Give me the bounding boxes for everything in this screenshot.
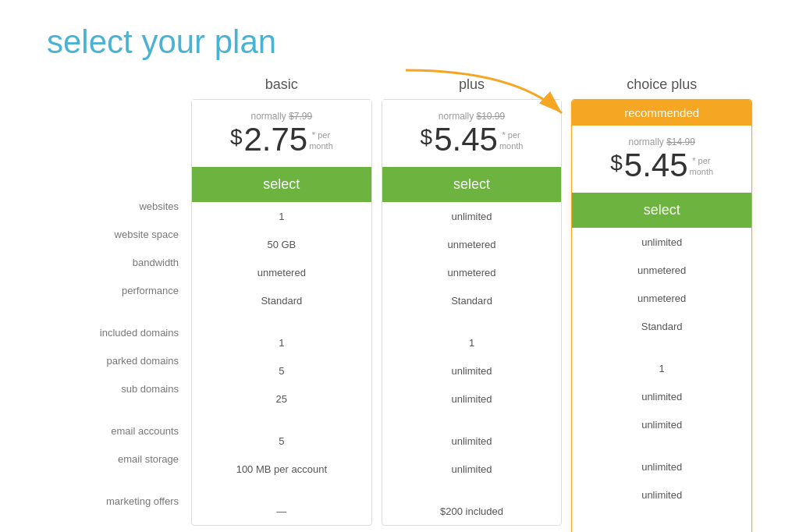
plus-spacer-1 — [382, 314, 562, 328]
plan-basic-dollar: $ — [230, 126, 243, 148]
label-bandwidth: bandwidth — [47, 248, 191, 276]
choice-plus-spacer-3 — [572, 509, 751, 523]
plan-basic-price-row: $ 2.75 * permonth — [204, 123, 359, 156]
choice-plus-bandwidth: unmetered — [572, 284, 751, 312]
plan-choice-plus-header: normally $14.99 $ 5.45 * permonth — [572, 126, 751, 188]
basic-websites: 1 — [192, 202, 371, 230]
basic-sub-domains: 25 — [192, 385, 371, 413]
plan-plus-card: normally $10.99 $ 5.45 * permonth select… — [382, 99, 563, 526]
plans-area: basic normally $7.99 $ 2.75 * permonth — [191, 76, 752, 532]
basic-performance: Standard — [192, 286, 371, 314]
plus-bandwidth: unmetered — [382, 258, 562, 286]
plan-basic-normally: normally $7.99 — [204, 111, 359, 122]
page-title: select your plan — [47, 23, 752, 61]
choice-plus-email-accounts: unlimited — [572, 452, 751, 481]
plan-plus-price-row: $ 5.45 * permonth — [395, 123, 549, 156]
feature-labels-column: websites website space bandwidth perform… — [47, 76, 191, 515]
plan-basic-name: basic — [265, 76, 298, 93]
plan-choice-plus: choice plus recommended normally $14.99 … — [571, 76, 752, 532]
basic-email-storage: 100 MB per account — [192, 455, 371, 483]
plan-choice-plus-normally: normally $14.99 — [584, 137, 739, 147]
choice-plus-spacer-2 — [572, 438, 751, 452]
plan-choice-plus-suffix: * permonth — [690, 155, 714, 178]
plus-sub-domains: unlimited — [382, 385, 562, 413]
plan-choice-plus-features: unlimited unmetered unmetered Standard 1… — [572, 228, 751, 532]
basic-spacer-1 — [192, 314, 371, 328]
plus-website-space: unmetered — [382, 230, 562, 258]
arrow-container — [375, 62, 609, 125]
plan-basic-select-button[interactable]: select — [192, 167, 371, 202]
label-email-storage: email storage — [47, 445, 191, 473]
basic-email-accounts: 5 — [192, 427, 371, 455]
plan-basic-features: 1 50 GB unmetered Standard 1 5 25 5 100 … — [192, 202, 371, 525]
choice-plus-sub-domains: unlimited — [572, 410, 751, 438]
plan-basic-original-price: $7.99 — [289, 111, 312, 122]
choice-plus-marketing-offers: $200 included — [572, 523, 751, 532]
label-performance: performance — [47, 276, 191, 304]
plan-plus-dollar: $ — [421, 126, 433, 148]
basic-website-space: 50 GB — [192, 230, 371, 258]
plus-spacer-3 — [382, 483, 562, 497]
plan-choice-plus-price-row: $ 5.45 * permonth — [584, 149, 739, 182]
plan-choice-plus-original-price: $14.99 — [666, 137, 695, 147]
label-spacer-1 — [47, 304, 191, 318]
choice-plus-websites: unlimited — [572, 228, 751, 256]
label-included-domains: included domains — [47, 318, 191, 346]
choice-plus-spacer-1 — [572, 340, 751, 354]
plan-choice-plus-select-button[interactable]: select — [572, 193, 751, 228]
page-container: select your plan websites website space … — [0, 0, 799, 532]
plus-spacer-2 — [382, 413, 562, 427]
basic-included-domains: 1 — [192, 328, 371, 356]
plus-performance: Standard — [382, 286, 562, 314]
plus-parked-domains: unlimited — [382, 356, 562, 385]
choice-plus-performance: Standard — [572, 312, 751, 340]
plus-email-accounts: unlimited — [382, 427, 562, 455]
plan-plus-select-button[interactable]: select — [382, 167, 562, 202]
plan-plus: plus normally $10.99 $ 5.45 * permonth — [382, 76, 563, 532]
plan-plus-suffix: * permonth — [499, 129, 524, 152]
plan-basic-suffix: * permonth — [309, 129, 333, 152]
plan-plus-amount: 5.45 — [434, 123, 498, 156]
plan-choice-plus-card: recommended normally $14.99 $ 5.45 * per… — [571, 99, 752, 532]
choice-plus-website-space: unmetered — [572, 256, 751, 284]
label-websites: websites — [47, 192, 191, 220]
plan-basic-header: normally $7.99 $ 2.75 * permonth — [192, 100, 371, 162]
basic-spacer-3 — [192, 483, 371, 497]
plus-marketing-offers: $200 included — [382, 497, 562, 525]
plus-email-storage: unlimited — [382, 455, 562, 483]
plan-choice-plus-name: choice plus — [627, 76, 697, 93]
label-spacer-2 — [47, 403, 191, 417]
label-website-space: website space — [47, 220, 191, 248]
basic-bandwidth: unmetered — [192, 258, 371, 286]
label-email-accounts: email accounts — [47, 417, 191, 445]
choice-plus-included-domains: 1 — [572, 354, 751, 382]
label-spacer-3 — [47, 473, 191, 487]
plan-basic: basic normally $7.99 $ 2.75 * permonth — [191, 76, 372, 532]
choice-plus-parked-domains: unlimited — [572, 382, 751, 410]
plan-basic-amount: 2.75 — [243, 123, 307, 156]
basic-parked-domains: 5 — [192, 356, 371, 385]
label-sub-domains: sub domains — [47, 374, 191, 403]
label-parked-domains: parked domains — [47, 346, 191, 374]
basic-marketing-offers: — — [192, 497, 371, 525]
label-marketing-offers: marketing offers — [47, 487, 191, 515]
plan-choice-plus-dollar: $ — [610, 152, 623, 174]
plans-wrapper: websites website space bandwidth perform… — [47, 76, 752, 532]
plan-basic-card: normally $7.99 $ 2.75 * permonth select … — [191, 99, 372, 526]
recommendation-arrow — [375, 62, 609, 125]
plan-choice-plus-amount: 5.45 — [624, 149, 688, 182]
choice-plus-email-storage: unlimited — [572, 481, 751, 509]
plan-plus-features: unlimited unmetered unmetered Standard 1… — [382, 202, 562, 525]
plus-websites: unlimited — [382, 202, 562, 230]
basic-spacer-2 — [192, 413, 371, 427]
plus-included-domains: 1 — [382, 328, 562, 356]
